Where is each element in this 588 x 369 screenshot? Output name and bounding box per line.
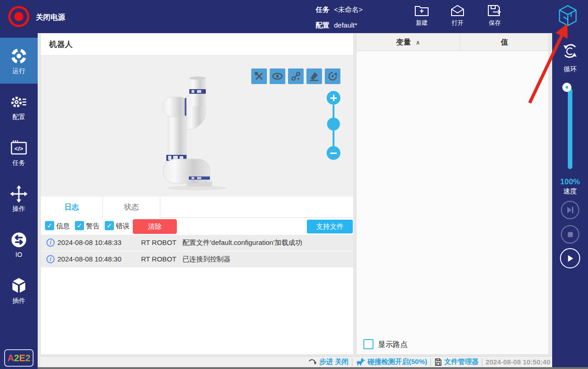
power-label: 关闭电源 [36, 13, 65, 23]
run-icon [10, 47, 28, 65]
view-visibility-button[interactable] [270, 68, 285, 84]
robot-panel: 机器人 [40, 33, 354, 355]
save-label: 保存 [480, 19, 509, 27]
stop-button[interactable] [561, 225, 579, 244]
sidebar-label: 插件 [0, 297, 38, 305]
config-row: 配置default* [316, 21, 357, 30]
save-file-icon [487, 4, 503, 17]
zoom-in-button[interactable] [327, 91, 340, 105]
variables-panel: 变量 ∧ 值 显示路点 [356, 33, 549, 355]
open-label: 打开 [443, 19, 472, 27]
statusbar-divider [482, 358, 482, 366]
show-waypoints-label: 显示路点 [378, 340, 407, 350]
clear-log-button[interactable]: 清除 [133, 219, 177, 234]
new-label: 新建 [407, 19, 436, 27]
sidebar-item-run[interactable]: 运行 [0, 38, 38, 84]
panel-title: 机器人 [41, 34, 353, 56]
filter-info-label: 信息 [56, 222, 70, 231]
status-bar: 步进 关闭 碰撞检测开启(50%) 文件管理器 2024-08-08 10 [40, 356, 552, 367]
cube-logo-icon[interactable] [557, 5, 579, 27]
view-tools-button[interactable] [251, 68, 267, 84]
file-manager-button[interactable]: 文件管理器 [434, 358, 479, 366]
collision-label: 碰撞检测开启(50%) [368, 358, 427, 366]
log-message: 配置文件'default.configuration'加载成功 [182, 238, 302, 247]
loop-mode-button[interactable]: 循环 [552, 41, 588, 74]
log-time: 2024-08-08 10:48:30 [57, 255, 121, 263]
variable-header-label: 变量 [396, 38, 411, 46]
tools-icon [254, 71, 265, 82]
statusbar-divider [430, 358, 431, 366]
loop-label: 循环 [552, 65, 588, 74]
step-mode-label: 步进 关闭 [319, 358, 349, 366]
robot-3d-viewport[interactable] [41, 56, 353, 197]
speed-slider-handle[interactable] [562, 83, 571, 92]
step-to-end-button[interactable] [561, 201, 579, 219]
filter-info-checkbox[interactable] [45, 221, 54, 230]
open-file-icon [450, 4, 465, 17]
task-label: 任务 [316, 6, 329, 13]
view-rotate-button[interactable] [325, 68, 340, 84]
zoom-slider-handle[interactable] [327, 118, 340, 131]
save-task-button[interactable]: 保存 [480, 4, 509, 27]
new-task-button[interactable]: 新建 [407, 4, 436, 27]
log-filterbar: 信息 警告 错误 清除 支持文件 [41, 218, 353, 234]
task-code-icon: </> [10, 139, 28, 157]
skip-end-icon [566, 206, 574, 214]
badge-char: A [7, 353, 14, 363]
play-button[interactable] [560, 248, 580, 268]
open-task-button[interactable]: 打开 [443, 4, 472, 27]
step-mode-toggle[interactable]: 步进 关闭 [308, 358, 349, 366]
step-arrow-icon [308, 358, 317, 366]
play-icon [565, 254, 575, 263]
task-value: <未命名> [334, 6, 363, 13]
loop-cycle-icon [560, 41, 580, 61]
power-button[interactable] [8, 6, 29, 27]
zoom-out-button[interactable] [327, 146, 340, 160]
window-bottom-edge [38, 367, 588, 369]
sidebar-label: 任务 [0, 159, 38, 167]
variable-column-header[interactable]: 变量 ∧ [356, 34, 460, 51]
sidebar-label: 配置 [0, 113, 38, 121]
config-label: 配置 [316, 21, 329, 29]
sidebar-item-config[interactable]: 配置 [0, 84, 38, 130]
speed-slider-track[interactable] [568, 88, 572, 169]
svg-text:</>: </> [15, 145, 23, 152]
a2e2-badge[interactable]: A2E2 [4, 349, 34, 367]
stop-icon [566, 230, 574, 238]
badge-char: 2 [14, 353, 19, 363]
top-bar: 关闭电源 任务<未命名> 配置default* 新建 打开 [0, 0, 588, 33]
collision-robot-icon [356, 358, 366, 366]
filter-warning-checkbox[interactable] [75, 221, 84, 230]
log-time: 2024-08-08 10:48:33 [57, 238, 121, 246]
log-source: RT ROBOT [141, 238, 176, 246]
filter-error-checkbox[interactable] [105, 221, 114, 230]
tab-log[interactable]: 日志 [41, 197, 103, 218]
log-message: 已连接到控制器 [182, 255, 231, 264]
sidebar-item-io[interactable]: IO [0, 221, 38, 267]
variables-header: 变量 ∧ 值 [356, 34, 548, 51]
rotate-icon [327, 71, 338, 82]
show-waypoints-checkbox[interactable] [363, 339, 373, 349]
sidebar-item-plugin[interactable]: 插件 [0, 267, 38, 313]
sidebar-item-operate[interactable]: 操作 [0, 176, 38, 221]
badge-char: 2 [25, 353, 30, 363]
badge-char: E [19, 353, 25, 363]
filter-warning-label: 警告 [86, 222, 100, 231]
statusbar-clock: 2024-08-08 10:50:40 [486, 358, 550, 366]
config-value: default* [334, 21, 357, 29]
sort-caret-icon: ∧ [416, 39, 420, 46]
view-eraser-button[interactable] [306, 68, 322, 84]
view-path-button[interactable] [288, 68, 304, 84]
left-sidebar: 运行 配置 </> 任务 操作 [0, 33, 38, 369]
statusbar-divider [352, 358, 352, 366]
info-icon: i [46, 238, 55, 247]
tab-status[interactable]: 状态 [103, 197, 160, 218]
sidebar-item-task[interactable]: </> 任务 [0, 130, 38, 176]
value-column-header: 值 [460, 34, 548, 51]
task-row: 任务<未命名> [316, 6, 363, 14]
support-files-button[interactable]: 支持文件 [307, 220, 353, 233]
config-gear-icon [10, 93, 28, 111]
collision-detection-toggle[interactable]: 碰撞检测开启(50%) [356, 358, 427, 366]
info-icon: i [46, 255, 55, 263]
io-icon [10, 231, 28, 249]
